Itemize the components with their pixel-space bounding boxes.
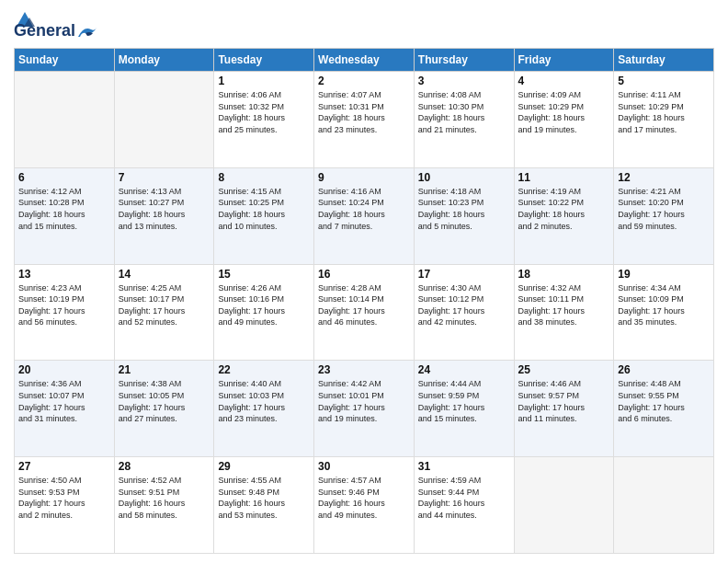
day-info: Sunrise: 4:09 AMSunset: 10:29 PMDaylight… [518,89,610,135]
day-number: 18 [518,268,610,281]
day-info: Sunrise: 4:40 AMSunset: 10:03 PMDaylight… [218,378,310,424]
col-header-thursday: Thursday [414,49,514,72]
day-number: 12 [618,171,710,184]
day-number: 10 [418,171,510,184]
calendar-cell: 22Sunrise: 4:40 AMSunset: 10:03 PMDaylig… [214,361,314,457]
day-number: 28 [119,460,210,473]
day-number: 31 [418,460,510,473]
day-number: 25 [518,363,610,376]
calendar-table: SundayMondayTuesdayWednesdayThursdayFrid… [14,48,714,554]
day-info: Sunrise: 4:11 AMSunset: 10:29 PMDaylight… [618,89,710,135]
calendar-cell: 16Sunrise: 4:28 AMSunset: 10:14 PMDaylig… [314,264,415,361]
day-number: 26 [618,363,710,376]
calendar-cell [114,72,214,168]
day-info: Sunrise: 4:30 AMSunset: 10:12 PMDaylight… [418,282,510,328]
day-info: Sunrise: 4:21 AMSunset: 10:20 PMDaylight… [618,186,710,232]
day-number: 15 [218,268,310,281]
calendar-cell: 19Sunrise: 4:34 AMSunset: 10:09 PMDaylig… [614,264,714,361]
day-number: 17 [418,268,510,281]
day-number: 1 [218,75,310,87]
calendar-cell: 26Sunrise: 4:48 AMSunset: 9:55 PMDayligh… [614,361,714,457]
calendar-cell: 20Sunrise: 4:36 AMSunset: 10:07 PMDaylig… [15,361,115,457]
day-info: Sunrise: 4:26 AMSunset: 10:16 PMDaylight… [218,282,310,328]
day-info: Sunrise: 4:28 AMSunset: 10:14 PMDaylight… [318,282,410,328]
logo-bird-icon [76,22,98,40]
day-number: 13 [18,268,110,281]
calendar-cell [15,72,115,168]
day-info: Sunrise: 4:34 AMSunset: 10:09 PMDaylight… [618,282,710,328]
calendar-cell: 8Sunrise: 4:15 AMSunset: 10:25 PMDayligh… [214,167,314,264]
page: General SundayMondayTuesdayWednesdayThur… [0,0,728,563]
calendar-cell: 21Sunrise: 4:38 AMSunset: 10:05 PMDaylig… [114,361,214,457]
day-info: Sunrise: 4:44 AMSunset: 9:59 PMDaylight:… [418,378,510,424]
calendar-cell: 24Sunrise: 4:44 AMSunset: 9:59 PMDayligh… [414,361,514,457]
day-info: Sunrise: 4:13 AMSunset: 10:27 PMDaylight… [119,186,210,232]
day-number: 6 [18,171,110,184]
day-number: 5 [618,75,710,87]
day-number: 14 [119,268,210,281]
day-number: 21 [119,363,210,376]
calendar-cell: 13Sunrise: 4:23 AMSunset: 10:19 PMDaylig… [15,264,115,361]
calendar-cell: 6Sunrise: 4:12 AMSunset: 10:28 PMDayligh… [15,167,115,264]
day-info: Sunrise: 4:38 AMSunset: 10:05 PMDaylight… [119,378,210,424]
day-info: Sunrise: 4:48 AMSunset: 9:55 PMDaylight:… [618,378,710,424]
day-number: 4 [518,75,610,87]
logo: General [14,9,99,40]
day-info: Sunrise: 4:46 AMSunset: 9:57 PMDaylight:… [518,378,610,424]
calendar-cell: 10Sunrise: 4:18 AMSunset: 10:23 PMDaylig… [414,167,514,264]
col-header-saturday: Saturday [614,49,714,72]
day-info: Sunrise: 4:19 AMSunset: 10:22 PMDaylight… [518,186,610,232]
calendar-week-3: 20Sunrise: 4:36 AMSunset: 10:07 PMDaylig… [15,361,714,457]
calendar-cell: 18Sunrise: 4:32 AMSunset: 10:11 PMDaylig… [514,264,614,361]
day-info: Sunrise: 4:07 AMSunset: 10:31 PMDaylight… [318,89,410,135]
calendar-cell: 1Sunrise: 4:06 AMSunset: 10:32 PMDayligh… [214,72,314,168]
calendar-cell: 7Sunrise: 4:13 AMSunset: 10:27 PMDayligh… [114,167,214,264]
calendar-cell: 9Sunrise: 4:16 AMSunset: 10:24 PMDayligh… [314,167,415,264]
calendar-cell: 11Sunrise: 4:19 AMSunset: 10:22 PMDaylig… [514,167,614,264]
day-number: 27 [18,460,110,473]
col-header-tuesday: Tuesday [214,49,314,72]
calendar-cell: 28Sunrise: 4:52 AMSunset: 9:51 PMDayligh… [114,457,214,554]
calendar-cell: 27Sunrise: 4:50 AMSunset: 9:53 PMDayligh… [15,457,115,554]
day-info: Sunrise: 4:16 AMSunset: 10:24 PMDaylight… [318,186,410,232]
calendar-cell: 25Sunrise: 4:46 AMSunset: 9:57 PMDayligh… [514,361,614,457]
calendar-cell: 2Sunrise: 4:07 AMSunset: 10:31 PMDayligh… [314,72,415,168]
day-info: Sunrise: 4:06 AMSunset: 10:32 PMDaylight… [218,89,310,135]
day-info: Sunrise: 4:18 AMSunset: 10:23 PMDaylight… [418,186,510,232]
day-number: 3 [418,75,510,87]
day-number: 24 [418,363,510,376]
calendar-week-2: 13Sunrise: 4:23 AMSunset: 10:19 PMDaylig… [15,264,714,361]
day-number: 9 [318,171,410,184]
col-header-wednesday: Wednesday [314,49,415,72]
day-info: Sunrise: 4:55 AMSunset: 9:48 PMDaylight:… [218,475,310,521]
logo-general2: General [14,21,75,40]
calendar-week-0: 1Sunrise: 4:06 AMSunset: 10:32 PMDayligh… [15,72,714,168]
day-number: 8 [218,171,310,184]
day-info: Sunrise: 4:15 AMSunset: 10:25 PMDaylight… [218,186,310,232]
calendar-cell: 12Sunrise: 4:21 AMSunset: 10:20 PMDaylig… [614,167,714,264]
calendar-header-row: SundayMondayTuesdayWednesdayThursdayFrid… [15,49,714,72]
calendar-cell: 15Sunrise: 4:26 AMSunset: 10:16 PMDaylig… [214,264,314,361]
day-info: Sunrise: 4:50 AMSunset: 9:53 PMDaylight:… [18,475,110,521]
calendar-cell [614,457,714,554]
day-info: Sunrise: 4:23 AMSunset: 10:19 PMDaylight… [18,282,110,328]
day-info: Sunrise: 4:32 AMSunset: 10:11 PMDaylight… [518,282,610,328]
day-number: 23 [318,363,410,376]
day-number: 11 [518,171,610,184]
day-number: 2 [318,75,410,87]
day-info: Sunrise: 4:42 AMSunset: 10:01 PMDaylight… [318,378,410,424]
day-number: 29 [218,460,310,473]
day-info: Sunrise: 4:25 AMSunset: 10:17 PMDaylight… [119,282,210,328]
day-info: Sunrise: 4:08 AMSunset: 10:30 PMDaylight… [418,89,510,135]
day-info: Sunrise: 4:12 AMSunset: 10:28 PMDaylight… [18,186,110,232]
col-header-sunday: Sunday [15,49,115,72]
calendar-cell: 14Sunrise: 4:25 AMSunset: 10:17 PMDaylig… [114,264,214,361]
calendar-cell: 23Sunrise: 4:42 AMSunset: 10:01 PMDaylig… [314,361,415,457]
day-number: 20 [18,363,110,376]
day-info: Sunrise: 4:57 AMSunset: 9:46 PMDaylight:… [318,475,410,521]
calendar-week-1: 6Sunrise: 4:12 AMSunset: 10:28 PMDayligh… [15,167,714,264]
calendar-cell [514,457,614,554]
calendar-cell: 4Sunrise: 4:09 AMSunset: 10:29 PMDayligh… [514,72,614,168]
day-number: 19 [618,268,710,281]
calendar-cell: 17Sunrise: 4:30 AMSunset: 10:12 PMDaylig… [414,264,514,361]
